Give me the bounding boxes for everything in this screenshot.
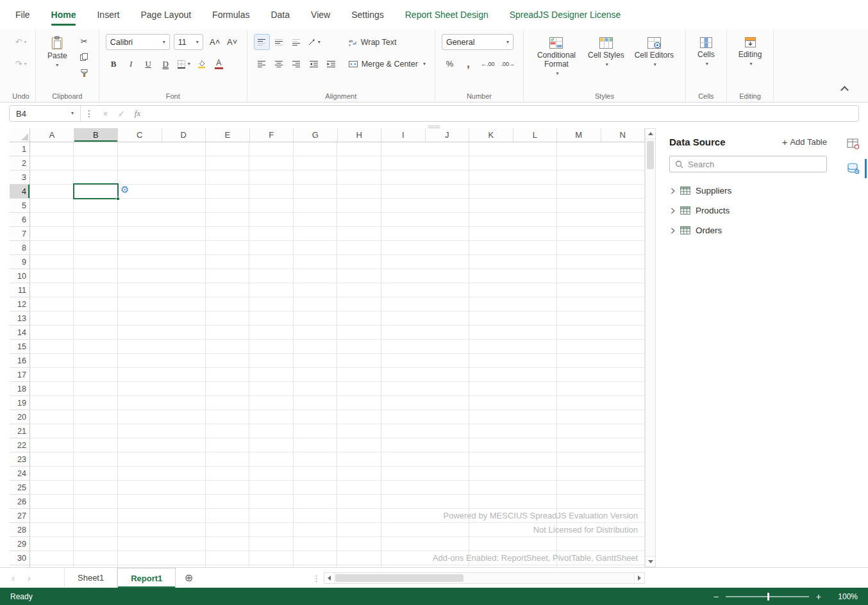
zoom-out-button[interactable]: − bbox=[714, 592, 719, 601]
column-header[interactable]: J bbox=[426, 128, 470, 142]
scroll-up-button[interactable] bbox=[646, 129, 655, 139]
confirm-entry-button[interactable]: ✓ bbox=[113, 109, 129, 119]
row-header[interactable]: 3 bbox=[10, 170, 29, 185]
menu-item[interactable]: View bbox=[311, 0, 330, 29]
cell-styles-button[interactable]: Cell Styles ▾ bbox=[583, 34, 630, 67]
percent-style-button[interactable]: % bbox=[442, 56, 458, 72]
font-color-button[interactable]: A bbox=[211, 56, 227, 72]
number-format-select[interactable]: General ▾ bbox=[442, 34, 513, 50]
shrink-font-button[interactable]: A˅ bbox=[224, 34, 240, 50]
zoom-level[interactable]: 100% bbox=[833, 592, 858, 601]
zoom-in-button[interactable]: + bbox=[816, 592, 821, 601]
row-header[interactable]: 15 bbox=[10, 340, 29, 354]
align-center-button[interactable] bbox=[271, 56, 287, 72]
row-header[interactable]: 17 bbox=[10, 368, 29, 382]
column-header[interactable]: N bbox=[601, 128, 646, 142]
row-header[interactable]: 1 bbox=[10, 142, 29, 156]
menu-item[interactable]: Report Sheet Design bbox=[405, 0, 488, 29]
align-bottom-button[interactable] bbox=[288, 34, 305, 50]
double-underline-button[interactable]: D bbox=[158, 56, 174, 72]
editing-button[interactable]: Editing ▾ bbox=[733, 34, 767, 67]
fill-color-button[interactable] bbox=[194, 56, 210, 72]
row-header[interactable]: 11 bbox=[10, 283, 29, 297]
scroll-left-button[interactable] bbox=[324, 573, 335, 583]
menu-item[interactable]: Home bbox=[51, 0, 76, 29]
increase-decimal-button[interactable]: ←.00 bbox=[479, 56, 497, 72]
tab-strip-resizer[interactable]: ⋮ bbox=[312, 573, 321, 583]
merge-center-button[interactable]: Merge & Center ▾ bbox=[346, 56, 428, 72]
row-header[interactable]: 16 bbox=[10, 354, 29, 368]
data-source-table-item[interactable]: Suppliers bbox=[669, 181, 827, 201]
zoom-slider-thumb[interactable] bbox=[767, 593, 769, 601]
insert-function-button[interactable]: fx bbox=[129, 108, 146, 119]
cell-area[interactable] bbox=[30, 142, 645, 567]
column-header[interactable]: C bbox=[118, 128, 162, 142]
vertical-scrollbar-thumb[interactable] bbox=[647, 141, 654, 169]
row-header[interactable]: 19 bbox=[10, 396, 29, 410]
menu-item[interactable]: Insert bbox=[97, 0, 119, 29]
search-box[interactable] bbox=[669, 156, 827, 172]
row-header[interactable]: 27 bbox=[10, 509, 29, 523]
row-header[interactable]: 5 bbox=[10, 199, 29, 213]
data-source-panel-button[interactable] bbox=[844, 159, 863, 178]
column-header[interactable]: K bbox=[469, 128, 513, 142]
sheet-tab[interactable]: Report1 bbox=[117, 568, 176, 588]
column-header[interactable]: B bbox=[74, 128, 119, 142]
align-top-button[interactable] bbox=[254, 34, 270, 50]
align-right-button[interactable] bbox=[288, 56, 305, 72]
redo-button[interactable]: ↷ ▾ bbox=[13, 56, 29, 72]
row-header[interactable]: 2 bbox=[10, 156, 29, 170]
decrease-indent-button[interactable] bbox=[306, 56, 322, 72]
row-header[interactable]: 24 bbox=[10, 467, 29, 481]
select-all-corner[interactable] bbox=[10, 128, 30, 142]
cut-button[interactable]: ✂ bbox=[76, 34, 92, 48]
row-header[interactable]: 10 bbox=[10, 269, 29, 283]
more-options-icon[interactable]: ⋮ bbox=[81, 108, 97, 119]
scroll-down-button[interactable] bbox=[646, 556, 655, 567]
name-box[interactable]: B4 ▾ bbox=[10, 109, 80, 119]
wrap-text-button[interactable]: ab c Wrap Text bbox=[346, 34, 428, 50]
cancel-entry-button[interactable]: × bbox=[97, 109, 113, 119]
horizontal-scrollbar-thumb[interactable] bbox=[335, 574, 463, 582]
column-header[interactable]: L bbox=[513, 128, 558, 142]
column-header[interactable]: E bbox=[206, 128, 250, 142]
align-middle-button[interactable] bbox=[271, 34, 287, 50]
add-table-button[interactable]: + Add Table bbox=[782, 137, 827, 147]
decrease-decimal-button[interactable]: .00→ bbox=[499, 56, 517, 72]
column-header[interactable]: M bbox=[557, 128, 601, 142]
column-header[interactable]: F bbox=[250, 128, 294, 142]
align-left-button[interactable] bbox=[254, 56, 270, 72]
row-header[interactable]: 14 bbox=[10, 326, 29, 340]
conditional-format-button[interactable]: Conditional Format ▾ bbox=[530, 34, 583, 76]
menu-item[interactable]: SpreadJS Designer License bbox=[510, 0, 621, 29]
italic-button[interactable]: I bbox=[123, 56, 139, 72]
cell-editors-button[interactable]: Cell Editors ▾ bbox=[630, 34, 679, 67]
increase-indent-button[interactable] bbox=[323, 56, 339, 72]
comma-style-button[interactable]: , bbox=[460, 56, 476, 72]
row-header[interactable]: 12 bbox=[10, 297, 29, 311]
column-header[interactable]: H bbox=[338, 128, 382, 142]
fill-handle[interactable] bbox=[116, 197, 120, 201]
zoom-slider[interactable] bbox=[726, 596, 809, 597]
row-header[interactable]: 28 bbox=[10, 523, 29, 537]
report-sheet-panel-button[interactable] bbox=[844, 134, 863, 153]
row-header[interactable]: 21 bbox=[10, 424, 29, 438]
font-size-select[interactable]: 11 ▾ bbox=[174, 34, 203, 50]
bold-button[interactable]: B bbox=[106, 56, 122, 72]
column-header[interactable]: I bbox=[381, 128, 426, 142]
row-header[interactable]: 29 bbox=[10, 537, 29, 551]
row-header[interactable]: 26 bbox=[10, 495, 29, 509]
sheet-tab[interactable]: Sheet1 bbox=[64, 568, 117, 588]
menu-item[interactable]: Settings bbox=[351, 0, 384, 29]
menu-item[interactable]: Page Layout bbox=[140, 0, 191, 29]
column-header[interactable]: G bbox=[294, 128, 338, 142]
row-header[interactable]: 6 bbox=[10, 213, 29, 227]
data-source-table-item[interactable]: Products bbox=[669, 201, 827, 220]
add-sheet-button[interactable]: ⊕ bbox=[176, 568, 201, 588]
cell-settings-gear-icon[interactable]: ⚙ bbox=[121, 185, 129, 194]
menu-item[interactable]: Formulas bbox=[212, 0, 249, 29]
row-header[interactable]: 13 bbox=[10, 311, 29, 326]
row-header[interactable]: 7 bbox=[10, 227, 29, 241]
row-header[interactable]: 23 bbox=[10, 452, 29, 467]
row-header[interactable]: 22 bbox=[10, 438, 29, 452]
